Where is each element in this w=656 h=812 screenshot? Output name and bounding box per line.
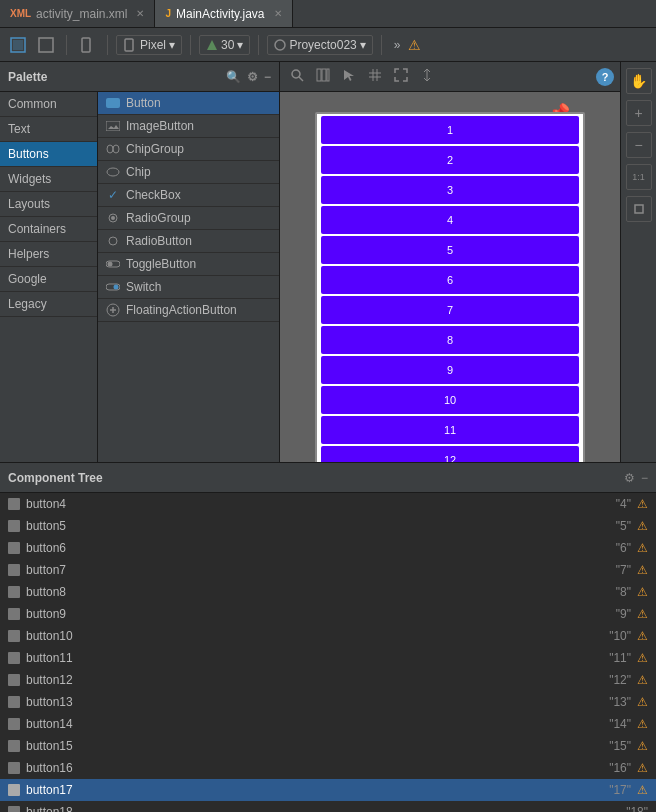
- button-row-2[interactable]: 2: [321, 146, 579, 174]
- tree-item-id: "10": [609, 629, 631, 643]
- tree-item-id: "11": [609, 651, 631, 665]
- tree-item-button8[interactable]: button8 "8" ⚠: [0, 581, 656, 603]
- button-row-6[interactable]: 6: [321, 266, 579, 294]
- tree-item-name: button14: [26, 717, 599, 731]
- svg-point-13: [111, 216, 115, 220]
- button-row-10[interactable]: 10: [321, 386, 579, 414]
- palette-item-radiogroup[interactable]: RadioGroup: [98, 207, 279, 230]
- design-mode-btn[interactable]: [6, 35, 30, 55]
- tab-bar: XML activity_main.xml ✕ J MainActivity.j…: [0, 0, 656, 28]
- tree-item-icon: [8, 674, 20, 686]
- cat-containers[interactable]: Containers: [0, 217, 97, 242]
- more-btn[interactable]: »: [390, 36, 405, 54]
- button-row-11[interactable]: 11: [321, 416, 579, 444]
- tree-item-button9[interactable]: button9 "9" ⚠: [0, 603, 656, 625]
- tree-item-id: "14": [609, 717, 631, 731]
- tree-item-name: button17: [26, 783, 599, 797]
- project-dropdown[interactable]: Proyecto023 ▾: [267, 35, 372, 55]
- cat-layouts[interactable]: Layouts: [0, 192, 97, 217]
- palette-item-switch[interactable]: Switch: [98, 276, 279, 299]
- canvas-area: ? 📌 1 2 3 4 5 6 7 8 9: [280, 62, 620, 462]
- cat-widgets[interactable]: Widgets: [0, 167, 97, 192]
- blueprint-btn[interactable]: [34, 35, 58, 55]
- zoom-magnifier-btn[interactable]: [286, 66, 308, 87]
- tree-item-name: button18: [26, 805, 616, 812]
- pixel-chevron: ▾: [169, 38, 175, 52]
- button-row-7[interactable]: 7: [321, 296, 579, 324]
- tree-item-button4[interactable]: button4 "4" ⚠: [0, 493, 656, 515]
- palette-item-checkbox[interactable]: ✓ CheckBox: [98, 184, 279, 207]
- button-row-9[interactable]: 9: [321, 356, 579, 384]
- tree-warn-icon: ⚠: [637, 585, 648, 599]
- cat-buttons[interactable]: Buttons: [0, 142, 97, 167]
- button-row-1[interactable]: 1: [321, 116, 579, 144]
- palette-item-radiobutton[interactable]: RadioButton: [98, 230, 279, 253]
- cat-text[interactable]: Text: [0, 117, 97, 142]
- tree-item-button11[interactable]: button11 "11" ⚠: [0, 647, 656, 669]
- tree-item-button10[interactable]: button10 "10" ⚠: [0, 625, 656, 647]
- button-row-5[interactable]: 5: [321, 236, 579, 264]
- cat-legacy[interactable]: Legacy: [0, 292, 97, 317]
- close-icon-java[interactable]: ✕: [274, 8, 282, 19]
- tree-item-button15[interactable]: button15 "15" ⚠: [0, 735, 656, 757]
- svg-point-10: [113, 145, 119, 153]
- palette-item-imagebutton[interactable]: ImageButton: [98, 115, 279, 138]
- tab-xml[interactable]: XML activity_main.xml ✕: [0, 0, 155, 27]
- vertical-btn[interactable]: [416, 66, 438, 87]
- tree-item-icon: [8, 564, 20, 576]
- button-row-4[interactable]: 4: [321, 206, 579, 234]
- cat-common[interactable]: Common: [0, 92, 97, 117]
- cat-google[interactable]: Google: [0, 267, 97, 292]
- zoom-in-btn[interactable]: +: [626, 100, 652, 126]
- tree-item-id: "7": [616, 563, 631, 577]
- tree-minimize-icon[interactable]: −: [641, 471, 648, 485]
- tree-item-button13[interactable]: button13 "13" ⚠: [0, 691, 656, 713]
- button-row-12[interactable]: 12: [321, 446, 579, 462]
- zoom-dropdown[interactable]: 30 ▾: [199, 35, 250, 55]
- button-row-3[interactable]: 3: [321, 176, 579, 204]
- palette-item-togglebutton-label: ToggleButton: [126, 257, 196, 271]
- columns-btn[interactable]: [312, 66, 334, 87]
- component-tree-actions: ⚙ −: [624, 471, 648, 485]
- button-row-8[interactable]: 8: [321, 326, 579, 354]
- crop-btn[interactable]: [626, 196, 652, 222]
- svg-rect-1: [13, 40, 23, 50]
- grid-btn[interactable]: [364, 66, 386, 87]
- palette-item-chip[interactable]: Chip: [98, 161, 279, 184]
- tree-item-button7[interactable]: button7 "7" ⚠: [0, 559, 656, 581]
- tree-item-icon: [8, 762, 20, 774]
- palette-header-actions: 🔍 ⚙ −: [226, 70, 271, 84]
- palette-item-fab[interactable]: FloatingActionButton: [98, 299, 279, 322]
- pixel-dropdown[interactable]: Pixel ▾: [116, 35, 182, 55]
- tree-settings-icon[interactable]: ⚙: [624, 471, 635, 485]
- canvas-toolbar: ?: [280, 62, 620, 92]
- tree-item-button14[interactable]: button14 "14" ⚠: [0, 713, 656, 735]
- fit-btn[interactable]: [390, 66, 412, 87]
- palette-item-button[interactable]: Button: [98, 92, 279, 115]
- cat-helpers[interactable]: Helpers: [0, 242, 97, 267]
- svg-rect-37: [635, 205, 643, 213]
- hand-tool-btn[interactable]: ✋: [626, 68, 652, 94]
- palette-item-togglebutton[interactable]: ToggleButton: [98, 253, 279, 276]
- minimize-icon[interactable]: −: [264, 70, 271, 84]
- svg-point-18: [114, 285, 119, 290]
- tree-item-button6[interactable]: button6 "6" ⚠: [0, 537, 656, 559]
- canvas-help-btn[interactable]: ?: [596, 68, 614, 86]
- tree-item-button17[interactable]: button17 "17" ⚠: [0, 779, 656, 801]
- tree-warn-icon: ⚠: [637, 563, 648, 577]
- orientation-btn[interactable]: [75, 35, 99, 55]
- search-icon[interactable]: 🔍: [226, 70, 241, 84]
- settings-icon[interactable]: ⚙: [247, 70, 258, 84]
- tree-item-button5[interactable]: button5 "5" ⚠: [0, 515, 656, 537]
- svg-point-22: [292, 70, 300, 78]
- tab-java[interactable]: J MainActivity.java ✕: [155, 0, 292, 27]
- tree-item-button12[interactable]: button12 "12" ⚠: [0, 669, 656, 691]
- close-icon[interactable]: ✕: [136, 8, 144, 19]
- zoom-out-btn[interactable]: −: [626, 132, 652, 158]
- tree-item-button16[interactable]: button16 "16" ⚠: [0, 757, 656, 779]
- fit-ratio-btn[interactable]: 1:1: [626, 164, 652, 190]
- tree-item-button18[interactable]: button18 "18": [0, 801, 656, 812]
- svg-point-16: [108, 262, 113, 267]
- cursor-btn[interactable]: [338, 66, 360, 87]
- palette-item-chipgroup[interactable]: ChipGroup: [98, 138, 279, 161]
